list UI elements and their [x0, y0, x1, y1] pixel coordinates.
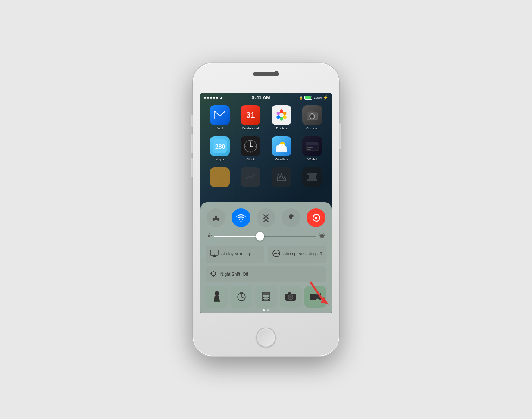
app-row3-3-icon — [272, 167, 291, 187]
video-camera-button[interactable] — [304, 286, 326, 308]
app-wallet-label: Wallet — [307, 157, 317, 161]
charging-icon: ⚡ — [323, 95, 328, 100]
night-shift-label: Night Shift: Off — [220, 272, 248, 277]
signal-dot-3 — [210, 97, 212, 99]
svg-text:280: 280 — [215, 143, 225, 150]
airdrop-icon — [272, 249, 281, 260]
phone-screen: ▲ 9:41 AM 🔒 100% ⚡ Mail — [200, 93, 332, 313]
app-photos-label: Photos — [276, 126, 287, 130]
airdrop-button[interactable]: AirDrop: Receiving Off — [268, 246, 326, 263]
svg-point-75 — [263, 299, 265, 300]
page-dot-1 — [263, 309, 265, 311]
svg-line-52 — [324, 233, 325, 234]
app-grid-row1: Mail 31 Fantastical — [204, 103, 328, 132]
airdrop-label: AirDrop: Receiving Off — [283, 252, 322, 257]
app-grid-row3 — [204, 166, 328, 189]
status-right: 🔒 100% ⚡ — [299, 95, 328, 100]
phone-frame: ▲ 9:41 AM 🔒 100% ⚡ Mail — [193, 63, 339, 356]
svg-point-57 — [275, 253, 277, 254]
calculator-button[interactable] — [255, 286, 277, 308]
airplay-mirroring-button[interactable]: AirPlay Mirroring — [206, 246, 264, 263]
app-photos-icon — [272, 105, 291, 125]
camera-shortcut-button[interactable] — [280, 286, 302, 308]
brightness-thumb[interactable] — [256, 232, 264, 241]
earpiece-speaker — [253, 72, 279, 76]
brightness-low-icon — [207, 233, 212, 239]
signal-bars — [204, 97, 218, 99]
app-row3-3 — [267, 167, 296, 187]
airplane-mode-toggle[interactable] — [207, 208, 225, 227]
app-mail-icon — [210, 105, 230, 125]
night-shift-icon — [210, 270, 217, 278]
svg-point-13 — [311, 115, 314, 118]
wifi-icon: ▲ — [219, 95, 223, 100]
home-button[interactable] — [256, 328, 276, 347]
app-clock-label: Clock — [246, 157, 255, 161]
battery-icon — [304, 96, 312, 100]
app-fantastical-label: Fantastical — [242, 126, 259, 130]
svg-rect-32 — [307, 147, 313, 148]
volume-down-button — [191, 158, 193, 177]
lock-icon: 🔒 — [299, 96, 303, 100]
svg-marker-55 — [213, 254, 216, 257]
airplay-airdrop-row: AirPlay Mirroring AirDrop: Receiving Off — [206, 246, 326, 263]
control-center: AirPlay Mirroring AirDrop: Receiving Off — [200, 202, 332, 313]
app-row3-4 — [298, 167, 327, 187]
app-weather[interactable]: Weather — [267, 136, 296, 161]
app-weather-label: Weather — [275, 157, 288, 161]
app-row3-2-icon — [241, 167, 260, 187]
svg-marker-83 — [317, 293, 321, 300]
flashlight-button[interactable] — [206, 286, 228, 308]
svg-point-58 — [211, 272, 216, 276]
svg-line-50 — [320, 233, 321, 234]
app-maps[interactable]: 280 Maps — [206, 136, 234, 161]
svg-marker-37 — [312, 216, 315, 218]
battery-percent: 100% — [314, 96, 322, 99]
app-camera-icon — [302, 105, 322, 125]
svg-line-51 — [324, 237, 325, 238]
power-button — [339, 123, 341, 149]
svg-point-76 — [266, 299, 267, 300]
svg-point-45 — [320, 234, 324, 238]
shortcuts-row — [206, 286, 326, 308]
svg-line-68 — [241, 297, 243, 298]
svg-rect-29 — [276, 149, 287, 152]
timer-button[interactable] — [230, 286, 252, 308]
svg-point-74 — [268, 297, 269, 298]
page-dots — [263, 309, 269, 311]
do-not-disturb-toggle[interactable] — [282, 208, 300, 227]
status-bar: ▲ 9:41 AM 🔒 100% ⚡ — [200, 93, 332, 102]
svg-marker-64 — [214, 296, 220, 302]
battery-fill — [305, 96, 311, 99]
svg-rect-14 — [310, 111, 313, 113]
app-row3-1 — [206, 167, 234, 187]
app-grid-row2: 280 Maps — [204, 134, 328, 163]
volume-up-button — [191, 134, 193, 153]
svg-point-72 — [263, 297, 265, 298]
airplay-label: AirPlay Mirroring — [221, 252, 250, 257]
airplay-icon — [210, 250, 219, 259]
app-row3-4-icon — [302, 167, 322, 187]
svg-point-73 — [266, 297, 267, 298]
svg-rect-33 — [307, 149, 311, 150]
bluetooth-toggle[interactable] — [257, 208, 275, 227]
rotation-lock-toggle[interactable] — [307, 208, 325, 227]
app-camera[interactable]: Camera — [298, 105, 327, 130]
app-clock[interactable]: Clock — [237, 136, 265, 161]
svg-marker-34 — [277, 174, 286, 181]
app-row3-1-icon — [210, 167, 230, 187]
app-fantastical-icon: 31 — [241, 105, 260, 125]
signal-dot-5 — [216, 97, 218, 99]
status-left: ▲ — [204, 95, 223, 100]
app-wallet[interactable]: Wallet — [298, 136, 327, 161]
app-mail[interactable]: Mail — [206, 105, 234, 130]
wifi-toggle[interactable] — [232, 208, 250, 227]
app-fantastical[interactable]: 31 Fantastical — [237, 105, 265, 130]
brightness-track[interactable] — [214, 236, 316, 237]
app-row3-2 — [237, 167, 265, 187]
svg-point-40 — [208, 235, 210, 237]
night-shift-button[interactable]: Night Shift: Off — [206, 266, 326, 282]
signal-dot-1 — [204, 97, 206, 99]
app-weather-icon — [272, 136, 291, 156]
app-photos[interactable]: Photos — [267, 105, 296, 130]
